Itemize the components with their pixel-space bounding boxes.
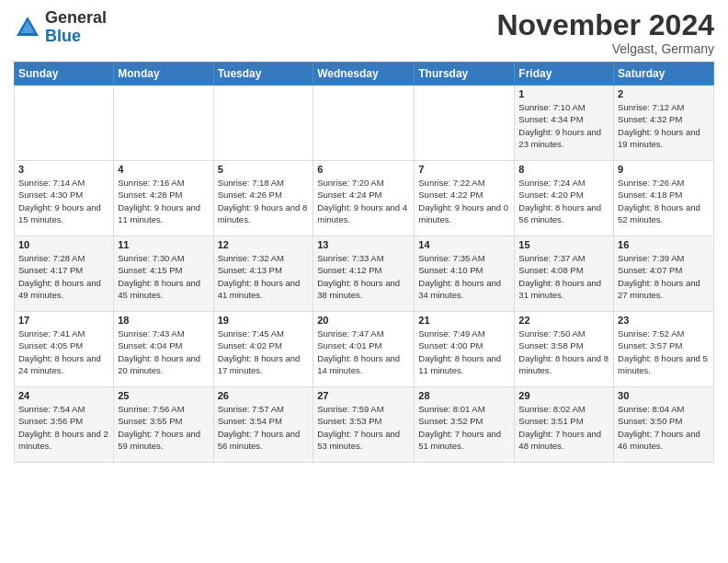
day-number: 23	[618, 315, 710, 326]
day-info: Sunrise: 7:54 AM Sunset: 3:56 PM Dayligh…	[18, 403, 109, 452]
day-info: Sunrise: 7:32 AM Sunset: 4:13 PM Dayligh…	[218, 252, 310, 301]
day-number: 18	[118, 315, 209, 326]
table-row: 11Sunrise: 7:30 AM Sunset: 4:15 PM Dayli…	[114, 236, 213, 312]
day-info: Sunrise: 7:43 AM Sunset: 4:04 PM Dayligh…	[118, 327, 209, 376]
day-info: Sunrise: 7:41 AM Sunset: 4:05 PM Dayligh…	[18, 327, 109, 376]
page-container: General Blue November 2024 Velgast, Germ…	[0, 0, 728, 467]
day-info: Sunrise: 7:52 AM Sunset: 3:57 PM Dayligh…	[618, 327, 710, 376]
logo-icon	[14, 14, 41, 41]
table-row: 23Sunrise: 7:52 AM Sunset: 3:57 PM Dayli…	[614, 312, 714, 387]
day-number: 2	[618, 88, 710, 99]
logo-text: General Blue	[45, 9, 107, 46]
day-number: 7	[418, 164, 510, 175]
day-info: Sunrise: 7:28 AM Sunset: 4:17 PM Dayligh…	[18, 252, 109, 301]
table-row: 26Sunrise: 7:57 AM Sunset: 3:54 PM Dayli…	[213, 387, 313, 463]
day-number: 4	[118, 164, 209, 175]
table-row: 6Sunrise: 7:20 AM Sunset: 4:24 PM Daylig…	[313, 161, 415, 236]
day-info: Sunrise: 7:50 AM Sunset: 3:58 PM Dayligh…	[518, 327, 609, 376]
table-row: 22Sunrise: 7:50 AM Sunset: 3:58 PM Dayli…	[515, 312, 614, 387]
day-number: 15	[518, 239, 609, 250]
col-friday: Friday	[515, 63, 614, 86]
day-info: Sunrise: 7:18 AM Sunset: 4:26 PM Dayligh…	[218, 177, 310, 225]
table-row: 25Sunrise: 7:56 AM Sunset: 3:55 PM Dayli…	[114, 387, 213, 463]
col-thursday: Thursday	[415, 63, 515, 86]
calendar-week-5: 24Sunrise: 7:54 AM Sunset: 3:56 PM Dayli…	[15, 387, 714, 463]
calendar-week-3: 10Sunrise: 7:28 AM Sunset: 4:17 PM Dayli…	[15, 236, 714, 312]
calendar-week-4: 17Sunrise: 7:41 AM Sunset: 4:05 PM Dayli…	[15, 312, 714, 387]
day-info: Sunrise: 8:04 AM Sunset: 3:50 PM Dayligh…	[618, 403, 710, 452]
location-subtitle: Velgast, Germany	[496, 41, 714, 56]
day-info: Sunrise: 7:33 AM Sunset: 4:12 PM Dayligh…	[317, 252, 410, 301]
table-row: 14Sunrise: 7:35 AM Sunset: 4:10 PM Dayli…	[415, 236, 515, 312]
day-number: 9	[618, 164, 710, 175]
col-tuesday: Tuesday	[213, 63, 313, 86]
day-number: 1	[518, 88, 609, 99]
day-number: 6	[317, 164, 410, 175]
day-number: 21	[418, 315, 510, 326]
table-row: 3Sunrise: 7:14 AM Sunset: 4:30 PM Daylig…	[15, 161, 114, 236]
table-row: 29Sunrise: 8:02 AM Sunset: 3:51 PM Dayli…	[515, 387, 614, 463]
table-row: 24Sunrise: 7:54 AM Sunset: 3:56 PM Dayli…	[15, 387, 114, 463]
day-number: 17	[18, 315, 109, 326]
table-row: 27Sunrise: 7:59 AM Sunset: 3:53 PM Dayli…	[313, 387, 415, 463]
table-row	[213, 86, 313, 161]
day-info: Sunrise: 7:57 AM Sunset: 3:54 PM Dayligh…	[218, 403, 310, 452]
table-row: 30Sunrise: 8:04 AM Sunset: 3:50 PM Dayli…	[614, 387, 714, 463]
day-number: 30	[618, 390, 710, 401]
day-info: Sunrise: 7:10 AM Sunset: 4:34 PM Dayligh…	[518, 101, 609, 150]
logo-general: General	[45, 8, 107, 27]
title-block: November 2024 Velgast, Germany	[496, 9, 714, 56]
day-number: 19	[218, 315, 310, 326]
day-info: Sunrise: 7:59 AM Sunset: 3:53 PM Dayligh…	[317, 403, 410, 452]
calendar-week-2: 3Sunrise: 7:14 AM Sunset: 4:30 PM Daylig…	[15, 161, 714, 236]
table-row: 4Sunrise: 7:16 AM Sunset: 4:28 PM Daylig…	[114, 161, 213, 236]
col-saturday: Saturday	[614, 63, 714, 86]
table-row	[313, 86, 415, 161]
table-row: 18Sunrise: 7:43 AM Sunset: 4:04 PM Dayli…	[114, 312, 213, 387]
day-number: 29	[518, 390, 609, 401]
day-number: 8	[518, 164, 609, 175]
month-title: November 2024	[496, 9, 714, 41]
table-row: 7Sunrise: 7:22 AM Sunset: 4:22 PM Daylig…	[415, 161, 515, 236]
day-number: 26	[218, 390, 310, 401]
day-info: Sunrise: 7:20 AM Sunset: 4:24 PM Dayligh…	[317, 177, 410, 225]
day-info: Sunrise: 7:45 AM Sunset: 4:02 PM Dayligh…	[218, 327, 310, 376]
day-number: 25	[118, 390, 209, 401]
day-number: 3	[18, 164, 109, 175]
table-row: 2Sunrise: 7:12 AM Sunset: 4:32 PM Daylig…	[614, 86, 714, 161]
day-number: 28	[418, 390, 510, 401]
day-info: Sunrise: 7:37 AM Sunset: 4:08 PM Dayligh…	[518, 252, 609, 301]
day-number: 27	[317, 390, 410, 401]
table-row: 8Sunrise: 7:24 AM Sunset: 4:20 PM Daylig…	[515, 161, 614, 236]
calendar-header-row: Sunday Monday Tuesday Wednesday Thursday…	[15, 63, 714, 86]
col-monday: Monday	[114, 63, 213, 86]
day-number: 13	[317, 239, 410, 250]
page-header: General Blue November 2024 Velgast, Germ…	[14, 9, 714, 56]
col-sunday: Sunday	[15, 63, 114, 86]
logo-blue: Blue	[45, 27, 81, 45]
table-row: 12Sunrise: 7:32 AM Sunset: 4:13 PM Dayli…	[213, 236, 313, 312]
day-number: 16	[618, 239, 710, 250]
day-number: 12	[218, 239, 310, 250]
day-info: Sunrise: 7:39 AM Sunset: 4:07 PM Dayligh…	[618, 252, 710, 301]
table-row: 9Sunrise: 7:26 AM Sunset: 4:18 PM Daylig…	[614, 161, 714, 236]
day-info: Sunrise: 7:16 AM Sunset: 4:28 PM Dayligh…	[118, 177, 209, 225]
table-row: 16Sunrise: 7:39 AM Sunset: 4:07 PM Dayli…	[614, 236, 714, 312]
table-row: 13Sunrise: 7:33 AM Sunset: 4:12 PM Dayli…	[313, 236, 415, 312]
day-info: Sunrise: 7:14 AM Sunset: 4:30 PM Dayligh…	[18, 177, 109, 225]
day-info: Sunrise: 7:35 AM Sunset: 4:10 PM Dayligh…	[418, 252, 510, 301]
table-row: 15Sunrise: 7:37 AM Sunset: 4:08 PM Dayli…	[515, 236, 614, 312]
col-wednesday: Wednesday	[313, 63, 415, 86]
day-number: 14	[418, 239, 510, 250]
day-number: 22	[518, 315, 609, 326]
day-info: Sunrise: 7:24 AM Sunset: 4:20 PM Dayligh…	[518, 177, 609, 225]
day-info: Sunrise: 7:22 AM Sunset: 4:22 PM Dayligh…	[418, 177, 510, 225]
day-info: Sunrise: 7:26 AM Sunset: 4:18 PM Dayligh…	[618, 177, 710, 225]
day-number: 11	[118, 239, 209, 250]
table-row: 20Sunrise: 7:47 AM Sunset: 4:01 PM Dayli…	[313, 312, 415, 387]
calendar-table: Sunday Monday Tuesday Wednesday Thursday…	[14, 62, 714, 463]
day-number: 5	[218, 164, 310, 175]
day-number: 24	[18, 390, 109, 401]
table-row: 10Sunrise: 7:28 AM Sunset: 4:17 PM Dayli…	[15, 236, 114, 312]
day-info: Sunrise: 7:49 AM Sunset: 4:00 PM Dayligh…	[418, 327, 510, 376]
